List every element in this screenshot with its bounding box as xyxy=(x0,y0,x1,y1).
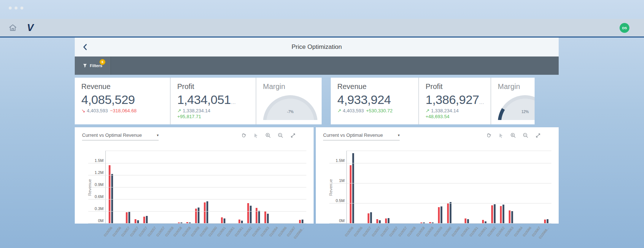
bar[interactable] xyxy=(264,211,266,223)
bar[interactable] xyxy=(388,218,389,223)
bar-group[interactable] xyxy=(542,151,551,223)
bar-group[interactable] xyxy=(392,151,400,223)
filters-button[interactable]: Filters 6 xyxy=(75,57,111,75)
bar-group[interactable] xyxy=(462,151,471,223)
bar[interactable] xyxy=(241,221,243,223)
home-icon[interactable] xyxy=(8,23,18,32)
pointer-icon[interactable] xyxy=(253,132,259,139)
bar[interactable] xyxy=(111,174,113,223)
bar[interactable] xyxy=(267,214,269,223)
bar[interactable] xyxy=(441,206,442,223)
bar[interactable] xyxy=(509,210,511,223)
user-avatar[interactable]: DS xyxy=(620,23,629,33)
bar-group[interactable] xyxy=(374,151,383,223)
bar-group[interactable] xyxy=(498,151,507,223)
y-axis-tick-label: 1.2M xyxy=(88,170,104,175)
zoom-out-icon[interactable] xyxy=(523,132,529,139)
bar[interactable] xyxy=(302,220,303,223)
bar[interactable] xyxy=(547,219,548,223)
bar[interactable] xyxy=(256,208,257,223)
pan-hand-icon[interactable] xyxy=(240,132,247,139)
bar[interactable] xyxy=(352,153,354,224)
bar[interactable] xyxy=(376,219,378,223)
bar[interactable] xyxy=(204,202,206,223)
bar-group[interactable] xyxy=(480,151,489,223)
bar[interactable] xyxy=(350,165,352,224)
zoom-out-icon[interactable] xyxy=(278,132,284,139)
pan-hand-icon[interactable] xyxy=(485,132,492,139)
bar-group[interactable] xyxy=(524,151,533,223)
bar[interactable] xyxy=(465,218,466,223)
kpi-title: Profit xyxy=(177,82,249,91)
bar-group[interactable] xyxy=(445,151,453,223)
bar[interactable] xyxy=(221,217,223,223)
bar[interactable] xyxy=(299,220,301,223)
bar[interactable] xyxy=(238,220,240,223)
bar-group[interactable] xyxy=(489,151,498,223)
bar[interactable] xyxy=(128,212,130,223)
bar[interactable] xyxy=(258,211,260,223)
margin-gauge: -7% xyxy=(263,95,318,120)
chart-metric-select[interactable]: Current vs Optimal Revenue ▾ xyxy=(82,132,159,140)
bar-group[interactable] xyxy=(410,151,418,223)
bar[interactable] xyxy=(450,202,451,223)
bar[interactable] xyxy=(250,206,252,223)
bar-group[interactable] xyxy=(454,151,462,223)
bar[interactable] xyxy=(544,220,546,223)
expand-icon[interactable] xyxy=(290,132,296,139)
kpi-title: Revenue xyxy=(337,82,412,91)
zoom-in-icon[interactable] xyxy=(510,132,516,139)
main-panel: Price Optimization Filters 6 Revenue 4,0… xyxy=(75,38,559,248)
expand-icon[interactable] xyxy=(535,132,541,139)
bar-group[interactable] xyxy=(348,151,356,223)
bar-group[interactable] xyxy=(515,151,524,223)
kpi-card-profit: Profit 1,434,051… ↗1,338,234.14 +95,817.… xyxy=(171,78,256,124)
bar[interactable] xyxy=(494,204,496,223)
bar[interactable] xyxy=(447,203,449,223)
bar[interactable] xyxy=(206,201,208,224)
gridline xyxy=(88,199,306,199)
bar[interactable] xyxy=(135,219,136,223)
bar-group[interactable] xyxy=(365,151,374,223)
bar-chart-plot: 0100560100560100570100570100570100570100… xyxy=(346,151,551,224)
bar[interactable] xyxy=(247,203,249,223)
window-controls[interactable] xyxy=(9,7,23,9)
bar[interactable] xyxy=(137,220,139,223)
bar[interactable] xyxy=(146,216,148,223)
bar[interactable] xyxy=(143,217,145,223)
bar-group[interactable] xyxy=(383,151,392,223)
zoom-in-icon[interactable] xyxy=(265,132,271,139)
kpi-delta: +530,330.72 xyxy=(366,108,393,113)
bar[interactable] xyxy=(379,220,381,223)
bar-group[interactable] xyxy=(400,151,409,223)
bar-group[interactable] xyxy=(356,151,365,223)
bar[interactable] xyxy=(511,211,513,223)
bar[interactable] xyxy=(368,213,369,224)
bar-group[interactable] xyxy=(471,151,480,223)
bar[interactable] xyxy=(109,165,110,224)
bar-group[interactable] xyxy=(533,151,542,223)
bar[interactable] xyxy=(467,219,469,223)
bar[interactable] xyxy=(503,205,504,223)
bar-group[interactable] xyxy=(507,151,515,223)
kpi-card-profit: Profit 1,386,927… ↗1,338,234.14 +48,693.… xyxy=(419,78,490,124)
bar[interactable] xyxy=(438,207,440,223)
kpi-card-revenue: Revenue 4,933,924 ↗4,403,593+530,330.72 xyxy=(331,78,418,124)
bar[interactable] xyxy=(482,220,484,223)
bar-group[interactable] xyxy=(436,151,445,223)
bar[interactable] xyxy=(370,212,372,223)
bar-group[interactable] xyxy=(418,151,427,223)
bar[interactable] xyxy=(224,218,225,223)
back-button[interactable] xyxy=(81,42,90,52)
bar[interactable] xyxy=(198,208,199,223)
chart-metric-select[interactable]: Current vs Optimal Revenue ▾ xyxy=(323,132,400,140)
pointer-icon[interactable] xyxy=(498,132,504,139)
bar[interactable] xyxy=(500,206,502,223)
gridline xyxy=(88,187,306,187)
bar-group[interactable] xyxy=(427,151,436,223)
bar[interactable] xyxy=(491,205,493,224)
bar[interactable] xyxy=(385,218,387,223)
bar[interactable] xyxy=(126,212,128,223)
chart-toolbar xyxy=(485,132,541,139)
x-axis-labels: 0100560100560100570100570100570100570100… xyxy=(345,223,551,243)
